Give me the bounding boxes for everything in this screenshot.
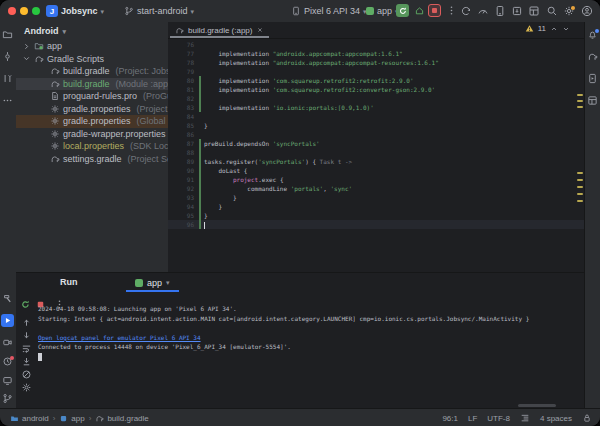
code-line-93[interactable]: 93 }: [168, 193, 584, 202]
indent-size[interactable]: 4 spaces: [540, 414, 572, 423]
code-line-76[interactable]: 76: [168, 40, 584, 49]
tree-item-gradle-properties[interactable]: gradle.properties(Project Properties): [16, 103, 168, 116]
code-line-82[interactable]: 82: [168, 94, 584, 103]
account-icon[interactable]: [581, 5, 593, 17]
project-icon[interactable]: [1, 28, 14, 41]
console-line-link[interactable]: Open logcat panel for emulator Pixel 6 A…: [38, 333, 580, 343]
terminal-icon[interactable]: [1, 374, 14, 387]
notifications-icon[interactable]: [586, 28, 599, 41]
code-line-81[interactable]: 81 implementation 'com.squareup.retrofit…: [168, 85, 584, 94]
sdk-manager-icon[interactable]: [511, 5, 523, 17]
next-occurrence-icon[interactable]: [21, 330, 32, 341]
device-selector[interactable]: Pixel 6 API 34 ▾: [291, 0, 367, 22]
running-devices-icon[interactable]: [586, 72, 599, 85]
sync-project-icon[interactable]: [460, 5, 472, 17]
tree-item-app[interactable]: app: [16, 40, 168, 53]
lock-icon[interactable]: [582, 413, 592, 423]
encoding[interactable]: UTF-8: [487, 414, 510, 423]
rerun-button[interactable]: [20, 299, 31, 310]
warning-stripe-mark: [577, 100, 583, 102]
device-manager-icon[interactable]: [586, 94, 599, 107]
profiler-icon[interactable]: [477, 5, 489, 17]
next-warning-icon[interactable]: [562, 25, 570, 33]
run-tab-app[interactable]: app ▾: [126, 273, 179, 292]
tree-item-gradle-scripts[interactable]: Gradle Scripts: [16, 53, 168, 66]
clear-all-icon[interactable]: [21, 369, 32, 380]
soft-wrap-icon[interactable]: [21, 343, 32, 354]
pull-requests-icon[interactable]: [1, 72, 14, 85]
run-configuration-selector[interactable]: app ▾: [366, 0, 399, 22]
minimize-window-button[interactable]: [20, 7, 28, 15]
code-editor[interactable]: 7677 implementation "androidx.appcompat:…: [168, 38, 584, 272]
project-view-selector[interactable]: Android ▾: [16, 22, 168, 40]
code-line-96[interactable]: 96: [168, 220, 584, 229]
prev-occurrence-icon[interactable]: [21, 317, 32, 328]
tree-item-gradle-properties[interactable]: gradle.properties(Global Properties): [16, 115, 168, 128]
close-window-button[interactable]: [8, 7, 16, 15]
search-everywhere-icon[interactable]: [546, 5, 558, 17]
close-icon[interactable]: [256, 26, 264, 34]
editor-tab-build-gradle[interactable]: build.gradle (:app): [168, 22, 271, 38]
stop-app-button[interactable]: [428, 4, 441, 17]
logcat-icon[interactable]: [1, 336, 14, 349]
breadcrumb-item-app[interactable]: app: [59, 414, 84, 423]
vcs-change-marker: [197, 94, 204, 103]
tree-item-proguard-rules-pro[interactable]: proguard-rules.pro(ProGuard Rules for ":…: [16, 90, 168, 103]
layout-inspector-icon[interactable]: [528, 5, 540, 17]
run-more-options-button[interactable]: [445, 4, 458, 17]
code-line-78[interactable]: 78 implementation "androidx.appcompat:ap…: [168, 58, 584, 67]
run-console[interactable]: 2024-04-18 09:58:08: Launching app on 'P…: [38, 304, 580, 405]
logcat-link[interactable]: Open logcat panel for emulator Pixel 6 A…: [38, 334, 201, 341]
rerun-app-button[interactable]: [396, 4, 409, 17]
breadcrumb-item-android[interactable]: android: [10, 414, 49, 423]
tree-item-annotation: (ProGuard Rules for ":app"): [143, 90, 168, 103]
tree-item-build-gradle[interactable]: build.gradle(Project: Jobsync): [16, 65, 168, 78]
tree-item-settings-gradle[interactable]: settings.gradle(Project Settings): [16, 153, 168, 166]
build-icon[interactable]: [1, 292, 14, 305]
line-ending[interactable]: LF: [468, 414, 477, 423]
version-control-icon[interactable]: [1, 392, 14, 405]
code-line-95[interactable]: 95}: [168, 211, 584, 220]
tree-item-local-properties[interactable]: local.properties(SDK Location): [16, 140, 168, 153]
caret-position[interactable]: 96:1: [442, 414, 458, 423]
code-line-80[interactable]: 80 implementation 'com.squareup.retrofit…: [168, 76, 584, 85]
code-line-83[interactable]: 83 implementation 'io.ionic:portals:[0.9…: [168, 103, 584, 112]
problems-icon[interactable]: [1, 355, 14, 368]
vcs-change-marker: [197, 184, 204, 193]
breadcrumb-item-build.gradle[interactable]: build.gradle: [95, 414, 148, 423]
line-number: 90: [168, 166, 197, 175]
prev-warning-icon[interactable]: [550, 25, 558, 33]
commit-icon[interactable]: [1, 50, 14, 63]
apply-changes-button[interactable]: [413, 4, 426, 17]
device-manager-icon[interactable]: [494, 5, 506, 17]
more-tool-windows-icon[interactable]: [1, 94, 14, 107]
tree-item-build-gradle[interactable]: build.gradle(Module :app): [16, 78, 168, 91]
vcs-branch-widget[interactable]: start-android ▾: [124, 0, 194, 22]
tree-chevron-icon[interactable]: [22, 42, 31, 51]
tree-item-gradle-wrapper-properties[interactable]: gradle-wrapper.properties(Gradle Version…: [16, 128, 168, 141]
scroll-to-end-icon[interactable]: [21, 356, 32, 367]
console-hscrollbar[interactable]: [518, 404, 556, 407]
editor-error-stripe[interactable]: [575, 54, 584, 272]
code-line-89[interactable]: 89tasks.register('syncPortals') { Task t…: [168, 157, 584, 166]
code-line-84[interactable]: 84: [168, 112, 584, 121]
code-line-94[interactable]: 94 }: [168, 202, 584, 211]
code-line-86[interactable]: 86: [168, 130, 584, 139]
code-line-90[interactable]: 90 doLast {: [168, 166, 584, 175]
run-icon[interactable]: [1, 314, 14, 327]
tree-chevron-icon[interactable]: [22, 54, 31, 63]
inspections-widget[interactable]: 11: [525, 24, 570, 33]
code-line-77[interactable]: 77 implementation "androidx.appcompat:ap…: [168, 49, 584, 58]
code-line-87[interactable]: 87preBuild.dependsOn 'syncPortals': [168, 139, 584, 148]
gradle-icon[interactable]: [586, 50, 599, 63]
indent-icon[interactable]: [520, 413, 530, 423]
code-line-91[interactable]: 91 project.exec {: [168, 175, 584, 184]
console-settings-icon[interactable]: [21, 382, 32, 393]
zoom-window-button[interactable]: [32, 7, 40, 15]
code-line-85[interactable]: 85}: [168, 121, 584, 130]
project-widget[interactable]: J Jobsync ▾: [46, 0, 104, 22]
code-line-79[interactable]: 79: [168, 67, 584, 76]
code-line-88[interactable]: 88: [168, 148, 584, 157]
code-line-92[interactable]: 92 commandLine 'portals', 'sync': [168, 184, 584, 193]
settings-icon[interactable]: [563, 5, 575, 17]
